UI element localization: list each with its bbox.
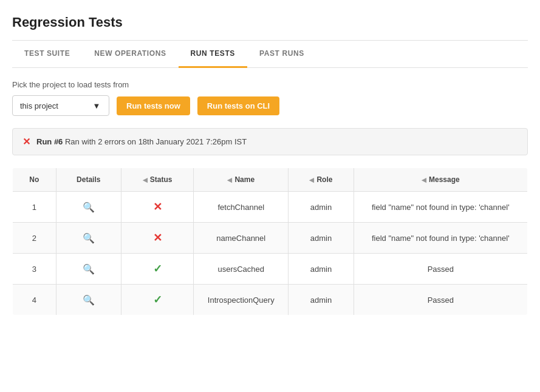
cell-details[interactable]: 🔍 xyxy=(56,254,121,285)
project-dropdown[interactable]: this project ▼ xyxy=(12,95,109,116)
message-col-arrow: ◀ xyxy=(422,177,426,183)
search-icon[interactable]: 🔍 xyxy=(83,233,95,243)
results-table: No Details ◀ Status ◀ Name xyxy=(12,167,528,316)
cell-no: 4 xyxy=(13,285,56,316)
cell-message: Passed xyxy=(354,285,527,316)
cell-name: fetchChannel xyxy=(194,192,289,223)
col-header-role[interactable]: ◀ Role xyxy=(289,168,354,192)
page-title: Regression Tests xyxy=(12,15,528,30)
cell-details[interactable]: 🔍 xyxy=(56,192,121,223)
run-tests-cli-button[interactable]: Run tests on CLI xyxy=(197,96,279,115)
chevron-down-icon: ▼ xyxy=(92,101,101,110)
run-error-icon: ✕ xyxy=(22,136,30,147)
run-number: Run #6 xyxy=(36,137,63,146)
cell-role: admin xyxy=(289,223,354,254)
run-info-bar: ✕ Run #6 Ran with 2 errors on 18th Janua… xyxy=(12,128,528,155)
col-header-message[interactable]: ◀ Message xyxy=(354,168,527,192)
error-status-icon: ✕ xyxy=(153,232,162,244)
table-row: 3🔍✓usersCachedadminPassed xyxy=(13,254,528,285)
cell-status: ✓ xyxy=(121,254,193,285)
search-icon[interactable]: 🔍 xyxy=(83,202,95,212)
table-row: 4🔍✓IntrospectionQueryadminPassed xyxy=(13,285,528,316)
col-header-no: No xyxy=(13,168,56,192)
tab-new-operations[interactable]: NEW OPERATIONS xyxy=(82,41,178,68)
status-col-arrow: ◀ xyxy=(143,177,148,183)
cell-name: nameChannel xyxy=(194,223,289,254)
cell-status: ✕ xyxy=(121,192,193,223)
cell-no: 2 xyxy=(13,223,56,254)
search-icon[interactable]: 🔍 xyxy=(83,264,95,274)
cell-message: field "name" not found in type: 'channel… xyxy=(354,223,527,254)
cell-details[interactable]: 🔍 xyxy=(56,223,121,254)
pass-status-icon: ✓ xyxy=(153,294,162,306)
name-col-arrow: ◀ xyxy=(227,177,232,183)
run-description: Ran with 2 errors on 18th January 2021 7… xyxy=(65,137,247,146)
col-header-details: Details xyxy=(56,168,121,192)
table-row: 2🔍✕nameChanneladminfield "name" not foun… xyxy=(13,223,528,254)
cell-name: usersCached xyxy=(194,254,289,285)
cell-details[interactable]: 🔍 xyxy=(56,285,121,316)
cell-status: ✓ xyxy=(121,285,193,316)
tab-test-suite[interactable]: TEST SUITE xyxy=(12,41,82,68)
role-col-arrow: ◀ xyxy=(309,177,314,183)
cell-message: field "name" not found in type: 'channel… xyxy=(354,192,527,223)
cell-role: admin xyxy=(289,285,354,316)
run-info-text: Run #6 Ran with 2 errors on 18th January… xyxy=(36,137,247,146)
run-tests-now-button[interactable]: Run tests now xyxy=(117,96,190,115)
tabs-nav: TEST SUITE NEW OPERATIONS RUN TESTS PAST… xyxy=(12,41,528,68)
error-status-icon: ✕ xyxy=(153,201,162,213)
cell-no: 3 xyxy=(13,254,56,285)
pass-status-icon: ✓ xyxy=(153,263,162,275)
tab-run-tests[interactable]: RUN TESTS xyxy=(179,41,247,68)
cell-name: IntrospectionQuery xyxy=(194,285,289,316)
project-label: Pick the project to load tests from xyxy=(12,80,528,89)
tab-past-runs[interactable]: PAST RUNS xyxy=(247,41,316,68)
cell-status: ✕ xyxy=(121,223,193,254)
cell-no: 1 xyxy=(13,192,56,223)
col-header-name[interactable]: ◀ Name xyxy=(194,168,289,192)
project-selected-value: this project xyxy=(20,101,58,110)
search-icon[interactable]: 🔍 xyxy=(83,295,95,305)
cell-role: admin xyxy=(289,192,354,223)
table-row: 1🔍✕fetchChanneladminfield "name" not fou… xyxy=(13,192,528,223)
cell-role: admin xyxy=(289,254,354,285)
col-header-status[interactable]: ◀ Status xyxy=(121,168,193,192)
controls-row: this project ▼ Run tests now Run tests o… xyxy=(12,95,528,116)
cell-message: Passed xyxy=(354,254,527,285)
